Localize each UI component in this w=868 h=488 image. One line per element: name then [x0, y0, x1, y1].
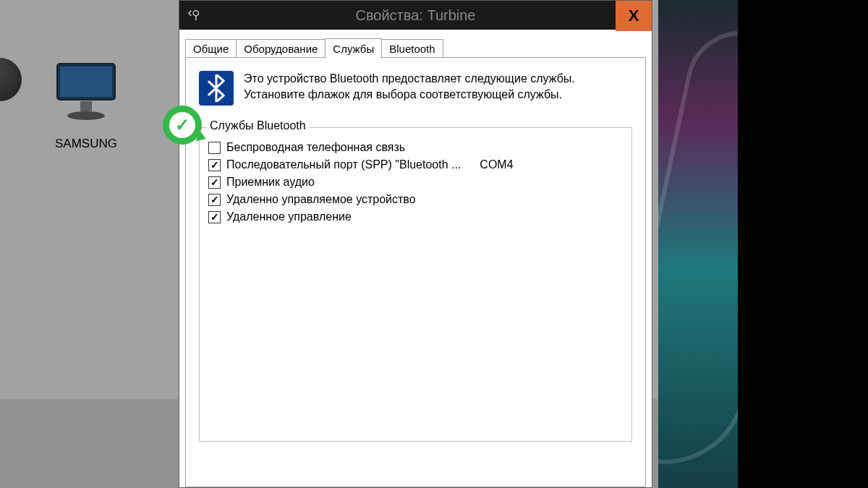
service-label: Беспроводная телефонная связь [226, 141, 405, 154]
properties-dialog: Свойства: Turbine X Общие Оборудование С… [179, 0, 652, 488]
window-title: Свойства: Turbine [179, 7, 652, 24]
service-checkbox-4[interactable] [208, 211, 221, 223]
svg-rect-2 [80, 101, 92, 111]
intro-block: Это устройство Bluetooth предоставляет с… [199, 71, 632, 106]
service-label: Удаленно управляемое устройство [226, 193, 416, 206]
titlebar[interactable]: Свойства: Turbine X [179, 1, 652, 30]
service-checkbox-3[interactable] [208, 194, 221, 206]
tab-hardware[interactable]: Оборудование [236, 39, 326, 58]
service-label: Последовательный порт (SPP) "Bluetooth .… [226, 158, 461, 171]
service-row: Удаленное управление [208, 210, 623, 223]
bluetooth-icon [199, 71, 234, 106]
desktop-partial-icon [0, 58, 22, 101]
checkmark-icon: ✓ [175, 115, 190, 135]
tab-services[interactable]: Службы [325, 38, 382, 59]
service-row: Приемник аудио [208, 176, 623, 189]
service-checkbox-1[interactable] [208, 159, 221, 171]
service-extra: COM4 [480, 158, 513, 171]
desktop-icon-samsung[interactable]: SAMSUNG [39, 56, 133, 151]
service-label: Приемник аудио [226, 176, 315, 189]
tab-panel-services: Это устройство Bluetooth предоставляет с… [185, 57, 646, 487]
desktop-wallpaper-strip [658, 0, 738, 488]
intro-line-2: Установите флажок для выбора соответству… [244, 87, 575, 103]
intro-line-1: Это устройство Bluetooth предоставляет с… [244, 71, 575, 87]
close-button[interactable]: X [616, 1, 652, 31]
svg-point-3 [67, 111, 105, 120]
tab-container: Общие Оборудование Службы Bluetooth Это … [179, 30, 652, 487]
desktop-icon-label: SAMSUNG [39, 137, 133, 151]
monitor-icon [50, 56, 122, 129]
service-row: Беспроводная телефонная связь [208, 141, 623, 154]
tab-strip: Общие Оборудование Службы Bluetooth [185, 37, 646, 57]
letterbox-right [738, 0, 868, 488]
svg-rect-1 [60, 67, 112, 97]
intro-text: Это устройство Bluetooth предоставляет с… [244, 71, 575, 106]
tab-general[interactable]: Общие [185, 39, 237, 58]
system-menu-icon[interactable] [184, 4, 205, 26]
groupbox-legend: Службы Bluetooth [207, 119, 309, 132]
service-row: Удаленно управляемое устройство [208, 193, 623, 206]
services-groupbox: Службы Bluetooth Беспроводная телефонная… [199, 127, 632, 442]
service-checkbox-0[interactable] [208, 142, 221, 154]
svg-point-4 [193, 11, 198, 16]
annotation-badge: ✓ [163, 106, 202, 145]
service-checkbox-2[interactable] [208, 176, 221, 189]
service-label: Удаленное управление [226, 210, 352, 223]
close-icon: X [629, 7, 639, 25]
tab-bluetooth[interactable]: Bluetooth [381, 39, 443, 58]
service-row: Последовательный порт (SPP) "Bluetooth .… [208, 158, 623, 171]
